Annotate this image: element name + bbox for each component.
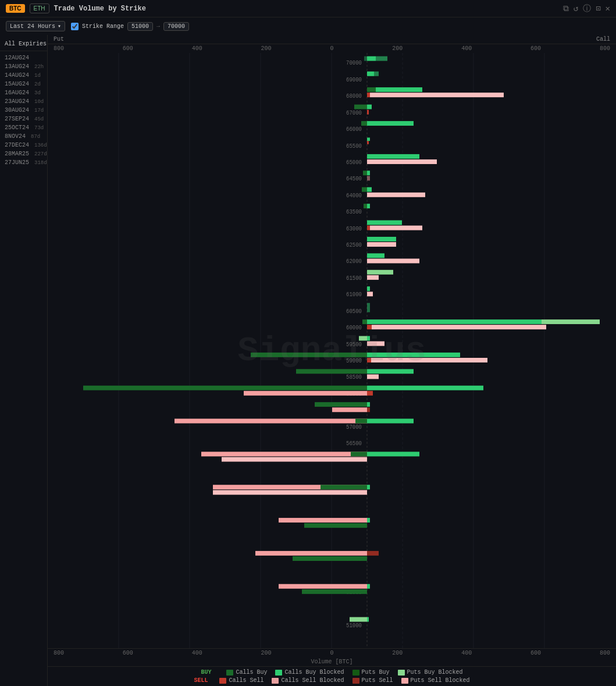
svg-rect-83 — [359, 336, 367, 340]
svg-rect-96 — [367, 402, 370, 407]
sidebar-item-30aug24[interactable]: 30AUG24 17d — [0, 106, 47, 115]
btc-button[interactable]: BTC — [6, 4, 25, 13]
svg-rect-71 — [367, 270, 393, 275]
svg-rect-87 — [371, 358, 487, 362]
svg-text:64500: 64500 — [346, 176, 362, 183]
sidebar-item-15aug24[interactable]: 15AUG24 2d — [0, 80, 47, 88]
svg-rect-56 — [363, 170, 367, 175]
call-label: Call — [596, 36, 610, 42]
info-icon[interactable]: ⓘ — [583, 3, 591, 14]
time-period-dropdown[interactable]: Last 24 Hours ▾ — [6, 21, 65, 31]
svg-rect-78 — [367, 325, 372, 329]
svg-rect-68 — [367, 242, 396, 247]
svg-rect-45 — [367, 93, 370, 97]
legend: BUY Calls Buy Calls Buy Blocked Puts Buy… — [48, 666, 616, 686]
svg-rect-57 — [367, 170, 370, 175]
sidebar-item-25oct24[interactable]: 25OCT24 73d — [0, 123, 47, 132]
svg-rect-67 — [367, 237, 396, 241]
sidebar-item-all-expiries[interactable]: All Expiries — [0, 40, 47, 51]
svg-text:68000: 68000 — [346, 93, 362, 100]
svg-rect-49 — [367, 110, 369, 115]
svg-rect-69 — [367, 253, 384, 258]
chevron-down-icon: ▾ — [58, 23, 61, 30]
legend-calls-sell-blocked: Calls Sell Blocked — [272, 677, 344, 684]
svg-rect-99 — [175, 419, 367, 424]
close-icon[interactable]: ✕ — [606, 3, 610, 13]
svg-rect-98 — [367, 407, 370, 412]
refresh-icon[interactable]: ↺ — [574, 3, 578, 13]
chart-wrapper: Signalius 70000 69000 68000 67000 66000 — [48, 53, 616, 648]
svg-rect-40 — [364, 56, 367, 61]
svg-rect-60 — [367, 187, 372, 192]
put-label: Put — [54, 36, 64, 42]
legend-puts-sell: Puts Sell — [352, 677, 393, 684]
sidebar-item-8nov24[interactable]: 8NOV24 87d — [0, 132, 47, 141]
svg-text:58500: 58500 — [346, 374, 362, 381]
strike-from-value[interactable]: 51000 — [127, 22, 153, 31]
sidebar-item-16aug24[interactable]: 16AUG24 3d — [0, 88, 47, 97]
legend-buy-row: BUY Calls Buy Calls Buy Blocked Puts Buy… — [201, 669, 462, 676]
expand-icon[interactable]: ⊡ — [596, 3, 600, 13]
svg-rect-111 — [304, 523, 367, 528]
svg-rect-92 — [367, 386, 483, 390]
sidebar-item-28mar25[interactable]: 28MAR25 227d — [0, 150, 47, 158]
sidebar-item-27dec24[interactable]: 27DEC24 136d — [0, 141, 47, 150]
svg-rect-110 — [279, 518, 367, 523]
svg-text:63500: 63500 — [346, 209, 362, 216]
svg-text:60500: 60500 — [346, 308, 362, 315]
sidebar-item-13aug24[interactable]: 13AUG24 22h — [0, 62, 47, 71]
puts-sell-blocked-swatch — [401, 678, 408, 684]
eth-button[interactable]: ETH — [30, 3, 49, 13]
chart-svg: 70000 69000 68000 67000 66000 65500 6500… — [48, 53, 616, 648]
sidebar-item-14aug24[interactable]: 14AUG24 1d — [0, 71, 47, 80]
sidebar-item-27sep24[interactable]: 27SEP24 45d — [0, 115, 47, 123]
svg-rect-108 — [321, 485, 367, 489]
external-link-icon[interactable]: ⧉ — [563, 4, 569, 13]
sidebar-item-23aug24[interactable]: 23AUG24 10d — [0, 97, 47, 106]
svg-rect-85 — [367, 353, 460, 357]
svg-rect-65 — [367, 226, 370, 230]
svg-text:61000: 61000 — [346, 292, 362, 298]
svg-rect-38 — [367, 56, 376, 61]
svg-text:51000: 51000 — [346, 622, 362, 629]
svg-text:57000: 57000 — [346, 424, 362, 431]
svg-text:70000: 70000 — [346, 60, 362, 67]
svg-rect-118 — [367, 584, 370, 589]
calls-sell-blocked-swatch — [272, 678, 279, 684]
svg-text:62000: 62000 — [346, 258, 362, 265]
svg-text:62500: 62500 — [346, 242, 362, 249]
strike-range-control: Strike Range 51000 → 70000 — [71, 22, 189, 31]
svg-rect-93 — [244, 391, 367, 396]
header-icons: ⧉ ↺ ⓘ ⊡ ✕ — [563, 3, 610, 14]
puts-sell-swatch — [352, 678, 359, 684]
svg-rect-72 — [367, 275, 379, 280]
svg-rect-103 — [367, 452, 419, 456]
svg-text:64000: 64000 — [346, 192, 362, 199]
svg-rect-53 — [367, 141, 369, 144]
legend-sell-row: SELL Calls Sell Calls Sell Blocked Puts … — [194, 677, 469, 684]
svg-rect-82 — [367, 342, 384, 346]
svg-rect-46 — [370, 93, 504, 97]
svg-rect-58 — [367, 176, 370, 180]
svg-text:60000: 60000 — [346, 325, 362, 332]
svg-rect-100 — [367, 419, 414, 424]
svg-rect-91 — [83, 386, 367, 390]
svg-rect-76 — [367, 319, 542, 324]
svg-rect-86 — [367, 358, 371, 362]
svg-rect-63 — [367, 204, 370, 208]
svg-rect-90 — [367, 374, 379, 379]
legend-puts-buy-blocked: Puts Buy Blocked — [398, 669, 463, 676]
svg-rect-89 — [367, 369, 414, 374]
svg-rect-107 — [213, 490, 367, 495]
svg-text:56500: 56500 — [346, 440, 362, 447]
svg-rect-74 — [367, 292, 373, 296]
puts-buy-swatch — [352, 670, 359, 676]
strike-to-value[interactable]: 70000 — [163, 22, 189, 31]
svg-rect-114 — [293, 556, 367, 561]
x-axis-bottom: 800 600 400 200 0 200 400 600 800 — [48, 648, 616, 657]
strike-range-checkbox[interactable] — [71, 23, 79, 30]
sidebar-item-27jun25[interactable]: 27JUN25 318d — [0, 158, 47, 167]
sidebar-item-12aug24[interactable]: 12AUG24 — [0, 54, 47, 62]
svg-rect-64 — [367, 221, 402, 225]
svg-rect-112 — [367, 518, 370, 523]
